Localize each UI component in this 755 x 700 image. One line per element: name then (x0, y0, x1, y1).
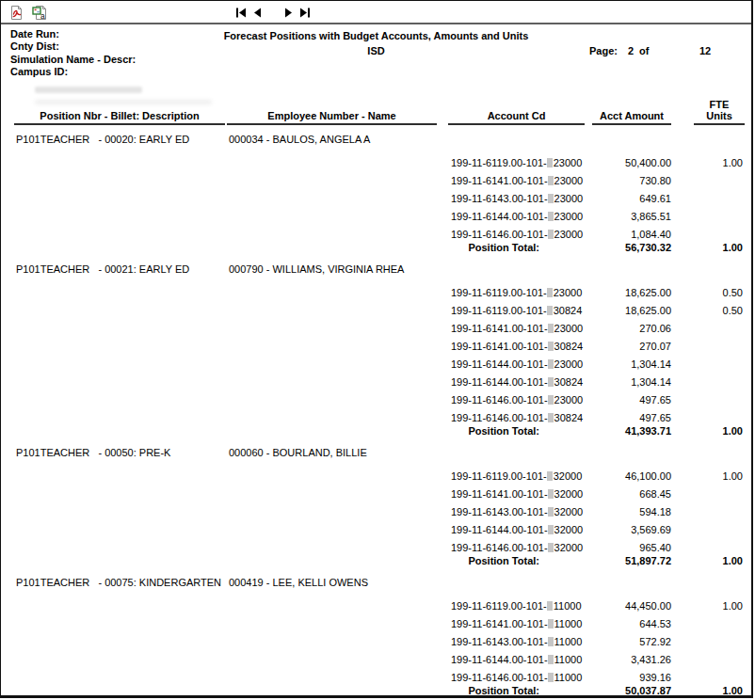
position-total-amount: 51,897.72 (556, 552, 671, 570)
account-row: 199-11-6119.00-101-23000 18,625.00 0.50 (1, 284, 751, 302)
position-total-row: Position Total: 51,897.72 1.00 (1, 552, 751, 570)
column-header-amount: Acct Amount (592, 110, 671, 125)
account-row: 199-11-6144.00-101-11000 3,431.26 (1, 651, 751, 669)
account-row: 199-11-6144.00-101-32000 3,569.69 (1, 521, 751, 539)
redacted-digit (548, 543, 554, 552)
account-amount: 3,569.69 (556, 521, 671, 539)
account-row: 199-11-6119.00-101-23000 50,400.00 1.00 (1, 154, 751, 172)
account-row: 199-11-6143.00-101-23000 649.61 (1, 190, 751, 208)
account-amount: 668.45 (556, 485, 671, 503)
redacted-digit (548, 525, 554, 534)
position-total-label: Position Total: (406, 682, 539, 698)
position-header-row: P101TEACHER - 00021: EARLY ED 000790 - W… (1, 261, 751, 278)
redacted-digit (547, 306, 553, 315)
redacted-digit (548, 395, 554, 405)
next-page-button[interactable] (281, 7, 295, 19)
account-amount: 44,450.00 (556, 597, 671, 615)
account-fte: 1.00 (660, 154, 743, 172)
account-amount: 50,400.00 (556, 154, 671, 172)
position-total-label: Position Total: (406, 552, 539, 570)
account-row: 199-11-6141.00-101-30824 270.07 (1, 338, 751, 356)
page-total: 12 (699, 45, 711, 56)
page-label: Page: (589, 45, 618, 56)
account-amount: 1,304.14 (556, 356, 671, 374)
report-title: Forecast Positions with Budget Accounts,… (1, 30, 751, 41)
page-navigation (234, 7, 315, 19)
position-total-amount: 50,037.87 (556, 682, 671, 698)
account-amount: 270.06 (556, 320, 671, 338)
redacted-digit (548, 655, 554, 664)
position-total-label: Position Total: (406, 422, 539, 440)
account-amount: 3,431.26 (556, 651, 671, 669)
csv-export-icon[interactable]: a (32, 5, 48, 21)
redacted-digit (547, 158, 553, 167)
account-fte: 1.00 (660, 597, 743, 615)
report-body: P101TEACHER - 00020: EARLY ED 000034 - B… (1, 127, 751, 698)
first-page-button[interactable] (234, 7, 248, 19)
account-amount: 594.18 (556, 503, 671, 521)
account-rows: 199-11-6119.00-101-23000 18,625.00 0.50 … (1, 284, 751, 427)
last-page-button[interactable] (298, 7, 312, 19)
account-row: 199-11-6143.00-101-11000 572.92 (1, 633, 751, 651)
column-header-fte: FTEUnits (694, 99, 745, 125)
position-total-fte: 1.00 (660, 682, 743, 698)
table-header: Position Nbr - Billet: Description Emplo… (1, 91, 751, 127)
account-amount: 644.53 (556, 615, 671, 633)
redacted-digit (548, 342, 554, 351)
employee-label: 000060 - BOURLAND, BILLIE (229, 444, 367, 462)
redacted-digit (547, 471, 553, 481)
redacted-digit (548, 673, 554, 682)
account-amount: 46,100.00 (556, 468, 671, 485)
report-viewer: a Date Run: Cnty Dist: Simulation Name -… (0, 0, 753, 698)
position-block: P101TEACHER - 00050: PRE-K 000060 - BOUR… (1, 444, 751, 570)
redacted-digit (547, 601, 553, 611)
employee-label: 000790 - WILLIAMS, VIRGINIA RHEA (229, 261, 404, 278)
position-block: P101TEACHER - 00075: KINDERGARTEN 000419… (1, 574, 751, 698)
redacted-digit (548, 413, 554, 422)
position-total-fte: 1.00 (660, 239, 743, 257)
position-total-amount: 56,730.32 (556, 239, 671, 257)
position-label: P101TEACHER - 00075: KINDERGARTEN (16, 574, 221, 592)
redacted-digit (548, 194, 554, 203)
account-row: 199-11-6141.00-101-11000 644.53 (1, 615, 751, 633)
position-label: P101TEACHER - 00050: PRE-K (16, 444, 170, 462)
redacted-digit (548, 324, 554, 333)
position-block: P101TEACHER - 00021: EARLY ED 000790 - W… (1, 261, 751, 440)
account-row: 199-11-6144.00-101-23000 3,865.51 (1, 208, 751, 226)
position-total-label: Position Total: (406, 239, 539, 257)
column-header-employee: Employee Number - Name (227, 110, 437, 125)
account-row: 199-11-6143.00-101-32000 594.18 (1, 503, 751, 521)
pdf-export-icon[interactable] (8, 5, 24, 21)
account-rows: 199-11-6119.00-101-23000 50,400.00 1.00 … (1, 154, 751, 244)
svg-text:a: a (40, 11, 45, 21)
position-total-fte: 1.00 (660, 552, 743, 570)
page-of-label: of (639, 45, 649, 56)
account-amount: 3,865.51 (556, 208, 671, 226)
account-row: 199-11-6144.00-101-30824 1,304.14 (1, 374, 751, 391)
position-block: P101TEACHER - 00020: EARLY ED 000034 - B… (1, 131, 751, 257)
account-fte: 0.50 (660, 302, 743, 320)
previous-page-button[interactable] (251, 7, 265, 19)
account-amount: 18,625.00 (556, 302, 671, 320)
account-row: 199-11-6141.00-101-32000 668.45 (1, 485, 751, 503)
account-amount: 270.07 (556, 338, 671, 356)
employee-label: 000034 - BAULOS, ANGELA A (229, 131, 370, 149)
report-header: Date Run: Cnty Dist: Simulation Name - D… (1, 24, 751, 91)
account-amount: 730.80 (556, 172, 671, 190)
position-label: P101TEACHER - 00020: EARLY ED (16, 131, 189, 149)
redacted-digit (548, 176, 554, 185)
account-fte: 1.00 (660, 468, 743, 485)
redacted-digit (548, 507, 554, 517)
account-row: 199-11-6141.00-101-23000 270.06 (1, 320, 751, 338)
account-row: 199-11-6119.00-101-11000 44,450.00 1.00 (1, 597, 751, 615)
account-rows: 199-11-6119.00-101-32000 46,100.00 1.00 … (1, 468, 751, 557)
account-amount: 497.65 (556, 391, 671, 409)
redacted-digit (548, 359, 554, 369)
redacted-digit (548, 230, 554, 239)
account-row: 199-11-6119.00-101-30824 18,625.00 0.50 (1, 302, 751, 320)
position-label: P101TEACHER - 00021: EARLY ED (16, 261, 189, 278)
position-total-row: Position Total: 50,037.87 1.00 (1, 682, 751, 698)
toolbar: a (1, 1, 751, 24)
position-total-amount: 41,393.71 (556, 422, 671, 440)
position-header-row: P101TEACHER - 00075: KINDERGARTEN 000419… (1, 574, 751, 592)
